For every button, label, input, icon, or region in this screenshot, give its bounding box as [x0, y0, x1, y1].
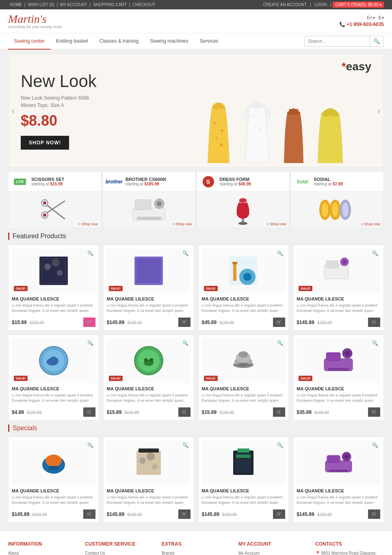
add-to-cart-6[interactable]: 🛒 [178, 407, 191, 417]
sewing-machine-svg-brother [129, 196, 169, 224]
scissors-shop-link[interactable]: > Shop now [78, 222, 98, 226]
zoom-icon-5[interactable]: 🔍 [87, 340, 93, 346]
zoom-icon-4[interactable]: 🔍 [372, 250, 378, 256]
svg-point-8 [254, 124, 256, 126]
add-to-cart-2[interactable]: 🛒 [178, 318, 191, 327]
svg-point-7 [258, 119, 260, 121]
special-old-price-1: $166.89 [32, 512, 47, 517]
brand-logo-brother: brother [106, 174, 122, 189]
nav-services[interactable]: Services [194, 33, 224, 50]
topbar-wishlist[interactable]: WISH LIST (0) [28, 2, 54, 7]
zoom-icon-6[interactable]: 🔍 [182, 340, 188, 346]
topbar-checkout[interactable]: CHECKOUT [132, 2, 155, 7]
footer-columns: INFORMATION About Delivery Privacy Polic… [8, 541, 384, 555]
svg-point-56 [150, 358, 153, 361]
add-to-cart-s4[interactable]: 🛒 [368, 509, 380, 519]
svg-rect-63 [326, 353, 340, 361]
hero-title: New Look [21, 72, 161, 91]
add-to-cart-8[interactable]: 🛒 [368, 407, 380, 417]
footer-brands[interactable]: Brands [162, 551, 230, 555]
topbar-cart[interactable]: SHOPPING CART [93, 2, 127, 7]
hero-prev-button[interactable]: ‹ [12, 106, 15, 115]
logo-area: Martin's everything for your sewing need… [8, 13, 62, 29]
add-to-cart-1[interactable]: 🛒 [83, 318, 95, 327]
special-img-svg-2 [132, 446, 165, 479]
special-desc-4: Li nov lingua franva elic e regulari qua… [297, 495, 380, 507]
brother-shop-link[interactable]: > Shop now [173, 222, 192, 226]
topbar-home[interactable]: HOME [10, 2, 22, 7]
add-to-cart-7[interactable]: 🛒 [273, 407, 285, 417]
topbar-cart-button[interactable]: CART 0 ITEM(S): $0.00 ▾ [333, 2, 384, 8]
add-to-cart-4[interactable]: 🛒 [368, 318, 380, 327]
brand-price-scissors: starting at $15.99 [31, 182, 98, 186]
product-name-6: MA QUANDE LILESCE [107, 386, 191, 391]
header-lang[interactable]: En ▾ $ ▾ [367, 15, 384, 20]
svg-point-49 [342, 260, 347, 264]
topbar-login[interactable]: LOGIN [314, 2, 327, 7]
svg-point-72 [139, 457, 146, 464]
logo[interactable]: Martin's everything for your sewing need… [8, 13, 62, 29]
zoom-icon-s2[interactable]: 🔍 [182, 442, 188, 448]
sale-badge-5: SALE! [14, 376, 28, 381]
product-price-3: $45.89 [202, 320, 217, 325]
zoom-icon-s4[interactable]: 🔍 [372, 442, 378, 448]
sale-badge-7: SALE! [204, 376, 218, 381]
svg-point-36 [52, 259, 60, 267]
svg-rect-24 [137, 217, 161, 220]
brand-banner-dress-form: S DRESS FORM starting at $45.99 > Shop n… [197, 172, 290, 229]
svg-rect-69 [49, 466, 58, 470]
zoom-icon-7[interactable]: 🔍 [277, 340, 283, 346]
product-price-1: $15.89 [12, 320, 27, 325]
nav-sewing-machines[interactable]: Sewing machines [144, 33, 194, 50]
nav-sewing-center[interactable]: Sewing center [8, 33, 50, 50]
zoom-icon-1[interactable]: 🔍 [87, 250, 93, 256]
zoom-icon-8[interactable]: 🔍 [372, 340, 378, 346]
topbar-create-account[interactable]: CREATE AN ACCOUNT [263, 2, 307, 7]
svg-point-33 [342, 202, 349, 217]
hero-shop-now-button[interactable]: SHOP NOW! [21, 136, 69, 150]
product-price-5: $4.89 [12, 409, 24, 415]
special-price-row-4: $145.89 $166.89 🛒 [297, 509, 380, 519]
brand-info-sodial: SODIAL starting at $7.99 [314, 177, 380, 186]
product-name-8: MA QUANDE LILESCE [297, 386, 380, 391]
zoom-icon-2[interactable]: 🔍 [182, 250, 188, 256]
product-price-row-7: $15.89 $166.89 🛒 [202, 407, 286, 417]
product-name-7: MA QUANDE LILESCE [202, 386, 286, 391]
dress-form-shop-link[interactable]: > Shop now [266, 222, 286, 226]
sodial-shop-link[interactable]: > Shop now [361, 222, 380, 226]
zoom-icon-3[interactable]: 🔍 [277, 250, 283, 256]
add-to-cart-5[interactable]: 🛒 [83, 407, 95, 417]
product-img-svg-8 [322, 344, 355, 377]
svg-rect-78 [236, 455, 251, 458]
nav-classes-training[interactable]: Classes & training [94, 33, 145, 50]
search-button[interactable]: 🔍 [370, 36, 383, 46]
topbar-account[interactable]: MY ACCOUNT [60, 2, 87, 7]
zoom-icon-s3[interactable]: 🔍 [277, 442, 283, 448]
footer-contacts-title: CONTACTS [315, 541, 384, 547]
product-old-price-5: $166.89 [27, 410, 41, 415]
hero-next-button[interactable]: › [377, 106, 380, 115]
product-name-4: MA QUANDE LILESCE [297, 296, 380, 301]
specials-section: Specials 🔍 MA QUANDE LILESCE Li nov ling… [8, 424, 384, 522]
product-price-4: $145.89 [297, 320, 314, 325]
footer-about[interactable]: About [8, 551, 77, 555]
product-price-7: $15.89 [202, 409, 217, 415]
product-name-2: MA QUANDE LILESCE [107, 296, 191, 301]
product-prices-3: $45.89 $166.89 [202, 320, 234, 325]
footer-contact[interactable]: Contact Us [85, 551, 154, 555]
svg-point-35 [44, 263, 51, 270]
search-input[interactable] [305, 37, 370, 46]
nav-knitting-basket[interactable]: Knitting basket [50, 33, 94, 50]
zoom-icon-s1[interactable]: 🔍 [87, 442, 93, 448]
special-price-row-1: $145.89 $166.89 🛒 [12, 509, 95, 519]
special-prices-3: $145.89 $166.89 [202, 511, 237, 517]
product-price-row-4: $145.89 $166.89 🛒 [297, 318, 380, 327]
add-to-cart-3[interactable]: 🛒 [273, 318, 285, 327]
footer-my-account: MY ACCOUNT My Account Order History Wish… [238, 541, 307, 555]
add-to-cart-s3[interactable]: 🛒 [273, 509, 285, 519]
svg-rect-44 [233, 263, 236, 281]
add-to-cart-s2[interactable]: 🛒 [178, 509, 191, 519]
footer-my-account-link[interactable]: My Account [238, 551, 307, 555]
special-product-4-image: 🔍 [297, 440, 380, 485]
add-to-cart-s1[interactable]: 🛒 [83, 509, 95, 519]
